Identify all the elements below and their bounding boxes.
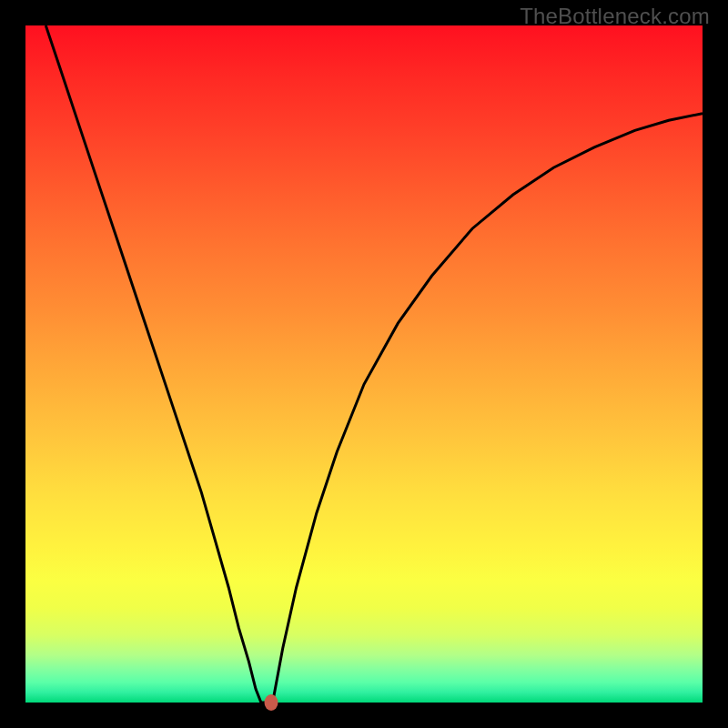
chart-frame: TheBottleneck.com [0,0,728,728]
plot-area [25,25,703,703]
optimal-point-marker [265,694,278,711]
bottleneck-curve [25,25,703,703]
curve-path [46,25,703,703]
